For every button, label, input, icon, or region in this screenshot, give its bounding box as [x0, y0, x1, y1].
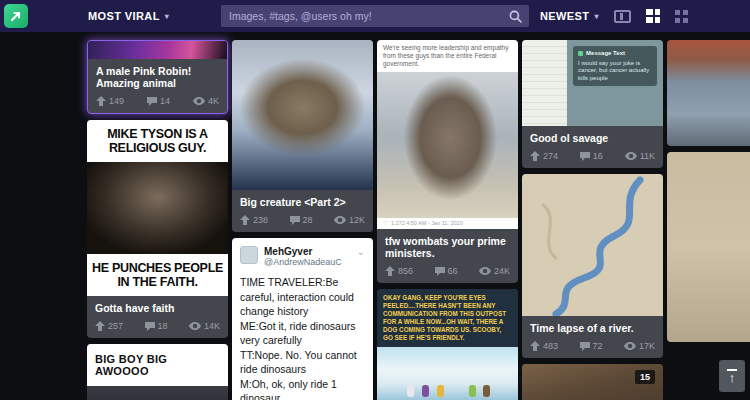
- heart-icon: ♡: [383, 220, 388, 226]
- comment-icon: [145, 321, 155, 331]
- tweet-meta-text: 1,272 4:50 AM - Jan 11, 2020: [391, 220, 463, 226]
- search-bar[interactable]: [221, 5, 529, 27]
- grid-column-5: [667, 40, 750, 400]
- message-body: I would say your joke is cancer, but can…: [578, 60, 652, 83]
- search-input[interactable]: [221, 10, 509, 22]
- post-card-robin[interactable]: A male Pink Robin! Amazing animal 149 14…: [87, 40, 228, 114]
- scroll-to-top-button[interactable]: ↑: [719, 360, 745, 392]
- comment-icon: [147, 96, 157, 106]
- upvote-count: 238: [253, 215, 268, 225]
- chevron-down-icon: ⌄: [357, 246, 365, 257]
- comment-count: 72: [593, 341, 603, 351]
- post-title: Good ol savage: [522, 126, 663, 146]
- upvote-icon: [96, 96, 106, 106]
- comment-icon: [290, 215, 300, 225]
- upvote-icon: [530, 151, 540, 161]
- right-top-image: [667, 40, 750, 146]
- savage-image: Message Text I would say your joke is ca…: [522, 40, 663, 126]
- post-card-scooby[interactable]: OKAY GANG, KEEP YOU'RE EYES PEELED....TH…: [377, 289, 518, 400]
- top-nav: MOST VIRAL ▾ NEWEST ▾: [0, 0, 750, 32]
- view-count: 17K: [639, 341, 655, 351]
- tweet-line: M:Oh, ok, only ride 1 dinosaur: [240, 377, 365, 400]
- message-title: Message Text: [586, 50, 625, 58]
- comment-icon: [580, 151, 590, 161]
- tyson-image: [87, 162, 228, 254]
- cartoon-character: [483, 385, 490, 397]
- nav-right-group: NEWEST ▾: [540, 0, 688, 32]
- post-card-river[interactable]: Time lapse of a river. 483 72 17K: [522, 174, 663, 358]
- meme-top-text: MIKE TYSON IS A RELIGIOUS GUY.: [87, 120, 228, 162]
- tweet-header: MehGyver @AndrewNadeauC ⌄: [240, 246, 365, 268]
- cartoon-character: [422, 385, 429, 397]
- upvote-icon: [95, 321, 105, 331]
- upvote-count: 257: [108, 321, 123, 331]
- image-caption: We're seeing more leadership and empathy…: [377, 40, 518, 72]
- meme-bottom-text: HE PUNCHES PEOPLE IN THE FAITH.: [87, 254, 228, 296]
- cartoon-character: [469, 385, 476, 397]
- upvote-count: 149: [109, 96, 124, 106]
- post-card-tweet[interactable]: MehGyver @AndrewNadeauC ⌄ TIME TRAVELER:…: [232, 238, 373, 400]
- view-count: 24K: [494, 266, 510, 276]
- upvote-count: 274: [543, 151, 558, 161]
- post-card-right-top[interactable]: [667, 40, 750, 146]
- comment-icon: [580, 341, 590, 351]
- post-card-sparrow[interactable]: Big creature <Part 2> 238 28 12K: [232, 40, 373, 232]
- post-card-savage[interactable]: Message Text I would say your joke is ca…: [522, 40, 663, 168]
- view-count: 4K: [208, 96, 219, 106]
- post-stats: 149 14 4K: [88, 91, 227, 113]
- post-stats: 856 66 24K: [377, 261, 518, 283]
- most-viral-dropdown[interactable]: MOST VIRAL ▾: [88, 10, 169, 22]
- views-icon: [189, 321, 201, 331]
- bigboy-image: [87, 386, 228, 400]
- comment-icon: [435, 266, 445, 276]
- post-card-wombat[interactable]: We're seeing more leadership and empathy…: [377, 40, 518, 283]
- grid-column-4: Message Text I would say your joke is ca…: [522, 40, 663, 400]
- upvote-count: 856: [398, 266, 413, 276]
- comment-count: 66: [448, 266, 458, 276]
- post-stats: 483 72 17K: [522, 336, 663, 358]
- grid-view-icon[interactable]: [675, 10, 688, 23]
- cartoon-character: [437, 385, 444, 397]
- view-count: 14K: [204, 321, 220, 331]
- message-icon: [578, 51, 583, 56]
- up-arrow-icon: ↑: [729, 372, 736, 384]
- tweet-author-name: MehGyver: [264, 246, 342, 257]
- scooby-image: [377, 347, 518, 400]
- post-stats: 257 18 14K: [87, 316, 228, 338]
- tweet-line: TIME TRAVELER:Be careful, interaction co…: [240, 275, 365, 319]
- views-icon: [624, 341, 636, 351]
- post-stats: 274 16 11K: [522, 146, 663, 168]
- comment-count: 28: [303, 215, 313, 225]
- upvote-count: 483: [543, 341, 558, 351]
- post-stats: 238 28 12K: [232, 210, 373, 232]
- sparrow-image: [232, 40, 373, 190]
- post-card-tyson[interactable]: MIKE TYSON IS A RELIGIOUS GUY. HE PUNCHE…: [87, 120, 228, 338]
- message-title-row: Message Text: [578, 50, 652, 58]
- tweet-meta: ♡ 1,272 4:50 AM - Jan 11, 2020: [377, 218, 518, 229]
- avatar: [240, 246, 258, 264]
- upvote-icon: [385, 266, 395, 276]
- post-title: Gotta have faith: [87, 296, 228, 316]
- sort-label: NEWEST: [540, 10, 589, 22]
- imgur-logo-icon: [9, 9, 23, 23]
- views-icon: [479, 266, 491, 276]
- imgur-logo[interactable]: [4, 4, 28, 28]
- post-title: tfw wombats your prime ministers.: [377, 229, 518, 261]
- masonry-view-icon[interactable]: [646, 9, 660, 23]
- robin-image: [88, 41, 227, 59]
- sort-dropdown[interactable]: NEWEST ▾: [540, 10, 599, 22]
- river-path: [522, 174, 663, 316]
- slideshow-view-icon[interactable]: [614, 10, 631, 23]
- caret-down-icon: ▾: [165, 12, 169, 21]
- views-icon: [193, 96, 205, 106]
- post-card-right-bottom[interactable]: [667, 152, 750, 342]
- grid-column-3: We're seeing more leadership and empathy…: [377, 40, 518, 400]
- meme-caption: OKAY GANG, KEEP YOU'RE EYES PEELED....TH…: [377, 289, 518, 347]
- cartoon-character: [407, 385, 414, 397]
- search-icon[interactable]: [509, 10, 522, 23]
- post-card-bigboy[interactable]: BIG BOY BIG AWOOOO: [87, 344, 228, 400]
- views-icon: [625, 151, 637, 161]
- tweet-body: TIME TRAVELER:Be careful, interaction co…: [240, 275, 365, 400]
- comment-count: 18: [158, 321, 168, 331]
- post-card-wood[interactable]: 15: [522, 364, 663, 400]
